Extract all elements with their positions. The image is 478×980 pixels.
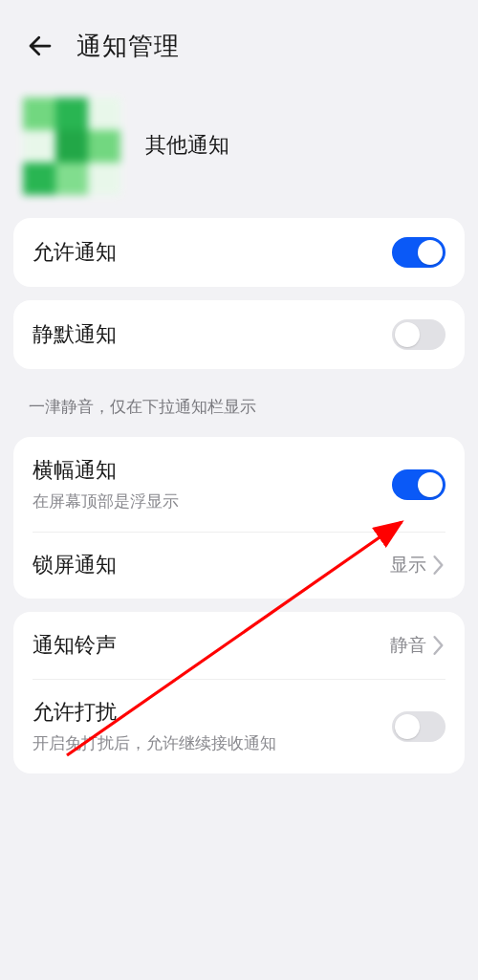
row-lockscreen-notification[interactable]: 锁屏通知 显示 — [13, 532, 465, 599]
card-allow-notification: 允许通知 — [13, 218, 465, 287]
back-button[interactable] — [21, 27, 59, 65]
lockscreen-notification-label: 锁屏通知 — [33, 551, 390, 579]
ringtone-label: 通知铃声 — [33, 631, 390, 660]
app-info: 其他通知 — [0, 80, 478, 218]
chevron-right-icon — [432, 555, 445, 576]
ringtone-value: 静音 — [390, 633, 426, 658]
allow-notification-label: 允许通知 — [33, 238, 392, 267]
chevron-right-icon — [432, 635, 445, 656]
row-silent-notification[interactable]: 静默通知 — [13, 300, 465, 369]
silent-hint-text: 一津静音，仅在下拉通知栏显示 — [0, 382, 478, 437]
back-arrow-icon — [26, 32, 54, 60]
row-banner-notification[interactable]: 横幅通知 在屏幕顶部是浮显示 — [13, 437, 465, 532]
app-name-label: 其他通知 — [145, 131, 229, 160]
card-ringtone-disturb: 通知铃声 静音 允许打扰 开启免打扰后，允许继续接收通知 — [13, 612, 465, 773]
allow-disturb-toggle[interactable] — [392, 711, 445, 742]
card-silent-notification: 静默通知 — [13, 300, 465, 369]
page-header: 通知管理 — [0, 0, 478, 80]
row-ringtone[interactable]: 通知铃声 静音 — [13, 612, 465, 679]
allow-disturb-label: 允许打扰 — [33, 698, 392, 727]
row-allow-notification[interactable]: 允许通知 — [13, 218, 465, 287]
banner-notification-sub: 在屏幕顶部是浮显示 — [33, 490, 392, 512]
app-icon — [23, 98, 119, 193]
banner-notification-toggle[interactable] — [392, 469, 445, 500]
banner-notification-label: 横幅通知 — [33, 456, 392, 485]
row-allow-disturb[interactable]: 允许打扰 开启免打扰后，允许继续接收通知 — [13, 679, 465, 773]
card-banner-lock: 横幅通知 在屏幕顶部是浮显示 锁屏通知 显示 — [13, 437, 465, 599]
allow-disturb-sub: 开启免打扰后，允许继续接收通知 — [33, 732, 392, 754]
page-title: 通知管理 — [76, 30, 180, 63]
allow-notification-toggle[interactable] — [392, 237, 445, 268]
silent-notification-label: 静默通知 — [33, 320, 392, 349]
lockscreen-notification-value: 显示 — [390, 553, 426, 577]
silent-notification-toggle[interactable] — [392, 319, 445, 350]
